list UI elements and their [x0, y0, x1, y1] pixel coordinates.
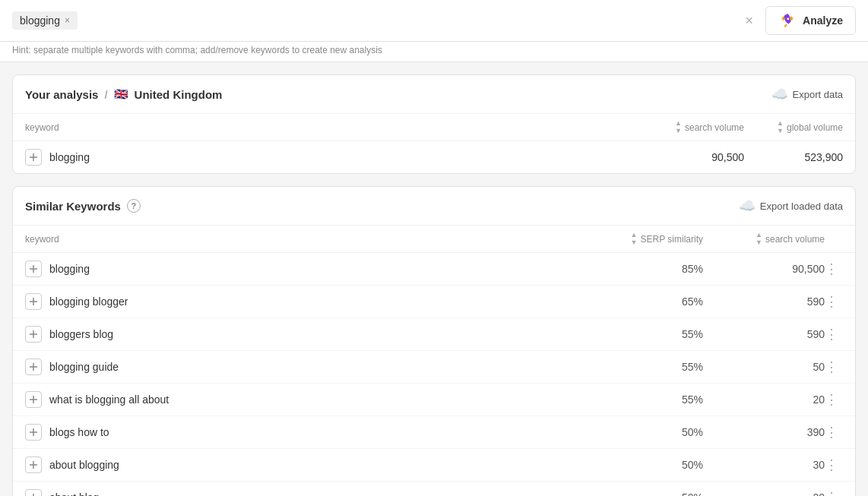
sort-serp-icon: ▲ ▼	[631, 232, 638, 246]
serp-similarity-cell: 50%	[581, 426, 703, 438]
search-volume-cell: 20	[703, 393, 825, 406]
keyword-text: what is blogging all about	[49, 393, 169, 406]
keyword-text: blogging guide	[49, 361, 119, 373]
more-options-icon[interactable]: ⋮	[825, 425, 839, 440]
col-global-volume-header[interactable]: ▲ ▼ global volume	[744, 120, 843, 134]
table-row: about blog 50% 20 ⋮	[13, 482, 855, 496]
global-volume-cell: 523,900	[744, 151, 843, 163]
add-keyword-icon[interactable]	[25, 261, 42, 277]
keyword-text: about blogging	[49, 459, 119, 471]
add-keyword-icon[interactable]	[25, 489, 42, 496]
add-keyword-icon[interactable]	[25, 424, 42, 441]
similar-keywords-header: Similar Keywords ? ☁️ Export loaded data	[13, 187, 855, 226]
serp-similarity-cell: 85%	[581, 263, 703, 275]
keyword-text: blogging	[49, 263, 90, 275]
rocket-icon	[778, 11, 797, 30]
table-row: bloggers blog 55% 590 ⋮	[13, 318, 855, 351]
row-actions[interactable]: ⋮	[825, 261, 843, 277]
hint-text: Hint: separate multiple keywords with co…	[0, 42, 868, 62]
more-options-icon[interactable]: ⋮	[825, 294, 839, 309]
table-row: blogs how to 50% 390 ⋮	[13, 416, 855, 449]
keyword-text: blogs how to	[49, 426, 109, 438]
table-row: blogging blogger 65% 590 ⋮	[13, 286, 855, 318]
search-volume-cell: 50	[703, 361, 825, 373]
your-analysis-header: Your analysis / 🇬🇧 United Kingdom ☁️ Exp…	[13, 75, 855, 114]
more-options-icon[interactable]: ⋮	[825, 457, 839, 472]
search-volume-cell: 590	[703, 295, 825, 308]
keyword-tag: blogging ×	[12, 11, 78, 30]
add-keyword-icon[interactable]	[25, 326, 42, 343]
sort-search-volume-icon: ▲ ▼	[675, 120, 682, 134]
keyword-text: bloggers blog	[49, 328, 113, 340]
row-actions[interactable]: ⋮	[825, 489, 843, 496]
table-row: blogging 90,500 523,900	[13, 141, 855, 173]
add-keyword-icon[interactable]	[25, 391, 42, 408]
col-serp-header[interactable]: ▲ ▼ SERP similarity	[581, 232, 703, 246]
your-analysis-section: Your analysis / 🇬🇧 United Kingdom ☁️ Exp…	[12, 74, 856, 174]
search-volume-cell: 30	[703, 459, 825, 471]
breadcrumb-separator: /	[104, 88, 107, 101]
export-data-button[interactable]: ☁️ Export data	[771, 86, 844, 103]
add-keyword-icon[interactable]	[25, 359, 42, 375]
table-row: blogging 85% 90,500 ⋮	[13, 253, 855, 286]
col-search-volume-header[interactable]: ▲ ▼ search volume	[622, 120, 744, 134]
country-flag: 🇬🇧	[114, 87, 128, 101]
keyword-tag-text: blogging	[20, 14, 60, 27]
search-volume-cell: 90,500	[622, 151, 744, 163]
country-name: United Kingdom	[135, 88, 223, 101]
similar-keywords-title: Similar Keywords ?	[25, 199, 141, 213]
more-options-icon[interactable]: ⋮	[825, 261, 839, 276]
row-actions[interactable]: ⋮	[825, 391, 843, 408]
serp-similarity-cell: 55%	[581, 361, 703, 373]
similar-keywords-table-body: blogging 85% 90,500 ⋮ blogging blogger 6…	[13, 253, 855, 496]
search-volume-cell: 20	[703, 491, 825, 496]
svg-point-0	[787, 17, 789, 20]
row-actions[interactable]: ⋮	[825, 424, 843, 441]
keyword-text: blogging blogger	[49, 295, 128, 308]
keyword-text: blogging	[49, 151, 90, 163]
analyze-button[interactable]: Analyze	[765, 6, 856, 35]
serp-similarity-cell: 50%	[581, 491, 703, 496]
more-options-icon[interactable]: ⋮	[825, 327, 839, 342]
col-keyword-header-sk: keyword	[25, 234, 581, 245]
table-row: what is blogging all about 55% 20 ⋮	[13, 384, 855, 416]
similar-keywords-table-header: keyword ▲ ▼ SERP similarity ▲ ▼ search v…	[13, 226, 855, 253]
clear-button[interactable]: ×	[740, 11, 760, 30]
table-row: blogging guide 55% 50 ⋮	[13, 351, 855, 384]
help-icon[interactable]: ?	[127, 199, 141, 213]
your-analysis-table-header: keyword ▲ ▼ search volume ▲ ▼ global vol…	[13, 114, 855, 141]
more-options-icon[interactable]: ⋮	[825, 359, 839, 374]
row-actions[interactable]: ⋮	[825, 293, 843, 310]
search-volume-cell: 90,500	[703, 263, 825, 275]
keyword-tag-close[interactable]: ×	[65, 16, 70, 25]
table-row: about blogging 50% 30 ⋮	[13, 449, 855, 482]
add-keyword-icon[interactable]	[25, 293, 42, 310]
cloud-download-icon-2: ☁️	[739, 197, 756, 214]
sort-volume-icon: ▲ ▼	[756, 232, 762, 246]
top-bar: blogging × × Analyze	[0, 0, 868, 42]
similar-keywords-section: Similar Keywords ? ☁️ Export loaded data…	[12, 186, 856, 496]
analyze-label: Analyze	[803, 14, 843, 27]
export-loaded-data-button[interactable]: ☁️ Export loaded data	[739, 197, 843, 214]
row-actions[interactable]: ⋮	[825, 457, 843, 473]
serp-similarity-cell: 50%	[581, 459, 703, 471]
add-keyword-icon[interactable]	[25, 457, 42, 473]
keyword-text: about blog	[49, 491, 99, 496]
search-volume-cell: 390	[703, 426, 825, 438]
breadcrumb: Your analysis / 🇬🇧 United Kingdom	[25, 87, 222, 101]
serp-similarity-cell: 55%	[581, 393, 703, 406]
col-keyword-header: keyword	[25, 122, 622, 133]
sort-global-volume-icon: ▲ ▼	[777, 120, 784, 134]
serp-similarity-cell: 55%	[581, 328, 703, 340]
add-keyword-icon[interactable]	[25, 149, 42, 166]
more-options-icon[interactable]: ⋮	[825, 490, 839, 496]
col-volume-header-sk[interactable]: ▲ ▼ search volume	[703, 232, 825, 246]
row-actions[interactable]: ⋮	[825, 359, 843, 375]
your-analysis-table-body: blogging 90,500 523,900	[13, 141, 855, 173]
serp-similarity-cell: 65%	[581, 295, 703, 308]
your-analysis-title: Your analysis	[25, 88, 98, 101]
more-options-icon[interactable]: ⋮	[825, 392, 839, 407]
search-volume-cell: 590	[703, 328, 825, 340]
row-actions[interactable]: ⋮	[825, 326, 843, 343]
cloud-download-icon: ☁️	[771, 86, 788, 103]
